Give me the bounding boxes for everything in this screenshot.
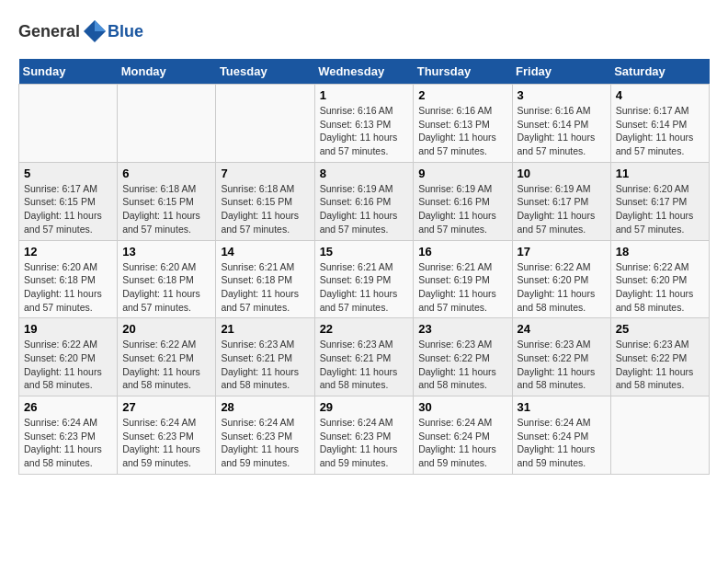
calendar-cell: 21Sunrise: 6:23 AM Sunset: 6:21 PM Dayli…	[216, 318, 314, 396]
day-info: Sunrise: 6:22 AM Sunset: 6:20 PM Dayligh…	[616, 260, 704, 315]
column-header-saturday: Saturday	[610, 59, 709, 85]
calendar-week-row: 26Sunrise: 6:24 AM Sunset: 6:23 PM Dayli…	[19, 396, 710, 475]
calendar-cell: 4Sunrise: 6:17 AM Sunset: 6:14 PM Daylig…	[610, 85, 709, 163]
day-info: Sunrise: 6:16 AM Sunset: 6:14 PM Dayligh…	[518, 104, 606, 158]
calendar-cell: 1Sunrise: 6:16 AM Sunset: 6:13 PM Daylig…	[314, 85, 414, 163]
calendar-cell	[118, 85, 216, 163]
column-header-friday: Friday	[512, 59, 610, 85]
calendar-week-row: 1Sunrise: 6:16 AM Sunset: 6:13 PM Daylig…	[19, 85, 710, 163]
day-info: Sunrise: 6:22 AM Sunset: 6:21 PM Dayligh…	[122, 338, 210, 392]
logo-icon	[82, 18, 108, 44]
day-info: Sunrise: 6:18 AM Sunset: 6:15 PM Dayligh…	[122, 182, 210, 236]
calendar-cell: 5Sunrise: 6:17 AM Sunset: 6:15 PM Daylig…	[19, 162, 118, 240]
day-number: 24	[518, 322, 606, 336]
day-info: Sunrise: 6:23 AM Sunset: 6:22 PM Dayligh…	[518, 338, 606, 392]
calendar-cell: 10Sunrise: 6:19 AM Sunset: 6:17 PM Dayli…	[512, 162, 610, 240]
calendar-week-row: 5Sunrise: 6:17 AM Sunset: 6:15 PM Daylig…	[19, 162, 710, 240]
day-number: 13	[122, 245, 210, 259]
day-info: Sunrise: 6:23 AM Sunset: 6:21 PM Dayligh…	[221, 338, 309, 392]
calendar-week-row: 19Sunrise: 6:22 AM Sunset: 6:20 PM Dayli…	[19, 318, 710, 396]
logo: General Blue	[18, 18, 143, 44]
calendar-cell	[216, 85, 314, 163]
calendar-cell: 24Sunrise: 6:23 AM Sunset: 6:22 PM Dayli…	[512, 318, 610, 396]
day-info: Sunrise: 6:20 AM Sunset: 6:17 PM Dayligh…	[616, 182, 704, 236]
column-header-wednesday: Wednesday	[314, 59, 414, 85]
day-info: Sunrise: 6:23 AM Sunset: 6:22 PM Dayligh…	[418, 338, 506, 392]
day-info: Sunrise: 6:18 AM Sunset: 6:15 PM Dayligh…	[221, 182, 309, 236]
column-header-sunday: Sunday	[19, 59, 118, 85]
column-header-thursday: Thursday	[414, 59, 512, 85]
day-info: Sunrise: 6:22 AM Sunset: 6:20 PM Dayligh…	[24, 338, 112, 392]
day-number: 8	[320, 167, 409, 180]
calendar-cell: 7Sunrise: 6:18 AM Sunset: 6:15 PM Daylig…	[216, 162, 314, 240]
svg-marker-1	[95, 20, 106, 31]
calendar-cell: 15Sunrise: 6:21 AM Sunset: 6:19 PM Dayli…	[314, 240, 414, 318]
calendar-cell: 18Sunrise: 6:22 AM Sunset: 6:20 PM Dayli…	[610, 240, 709, 318]
calendar-cell: 2Sunrise: 6:16 AM Sunset: 6:13 PM Daylig…	[414, 85, 512, 163]
logo-text-blue: Blue	[108, 22, 143, 41]
day-info: Sunrise: 6:20 AM Sunset: 6:18 PM Dayligh…	[24, 260, 112, 315]
day-number: 9	[418, 167, 506, 180]
day-number: 19	[24, 322, 112, 336]
day-number: 12	[24, 245, 112, 259]
calendar-cell: 22Sunrise: 6:23 AM Sunset: 6:21 PM Dayli…	[314, 318, 414, 396]
day-info: Sunrise: 6:19 AM Sunset: 6:17 PM Dayligh…	[518, 182, 606, 236]
calendar-cell	[610, 396, 709, 475]
calendar-cell: 17Sunrise: 6:22 AM Sunset: 6:20 PM Dayli…	[512, 240, 610, 318]
day-info: Sunrise: 6:24 AM Sunset: 6:23 PM Dayligh…	[122, 416, 210, 470]
day-info: Sunrise: 6:19 AM Sunset: 6:16 PM Dayligh…	[320, 182, 409, 236]
day-info: Sunrise: 6:17 AM Sunset: 6:14 PM Dayligh…	[616, 104, 704, 158]
day-info: Sunrise: 6:24 AM Sunset: 6:24 PM Dayligh…	[518, 416, 606, 470]
day-number: 23	[418, 322, 506, 336]
calendar-cell: 31Sunrise: 6:24 AM Sunset: 6:24 PM Dayli…	[512, 396, 610, 475]
calendar-cell: 29Sunrise: 6:24 AM Sunset: 6:23 PM Dayli…	[314, 396, 414, 475]
day-info: Sunrise: 6:16 AM Sunset: 6:13 PM Dayligh…	[418, 104, 506, 158]
day-number: 11	[616, 167, 704, 180]
day-info: Sunrise: 6:24 AM Sunset: 6:23 PM Dayligh…	[24, 416, 112, 470]
calendar-cell: 8Sunrise: 6:19 AM Sunset: 6:16 PM Daylig…	[314, 162, 414, 240]
calendar-cell: 16Sunrise: 6:21 AM Sunset: 6:19 PM Dayli…	[414, 240, 512, 318]
day-number: 20	[122, 322, 210, 336]
column-header-tuesday: Tuesday	[216, 59, 314, 85]
day-number: 1	[320, 88, 409, 102]
day-number: 14	[221, 245, 309, 259]
day-info: Sunrise: 6:24 AM Sunset: 6:23 PM Dayligh…	[320, 416, 409, 470]
calendar-cell: 12Sunrise: 6:20 AM Sunset: 6:18 PM Dayli…	[19, 240, 118, 318]
calendar-cell: 23Sunrise: 6:23 AM Sunset: 6:22 PM Dayli…	[414, 318, 512, 396]
day-number: 30	[418, 400, 506, 414]
calendar-cell: 20Sunrise: 6:22 AM Sunset: 6:21 PM Dayli…	[118, 318, 216, 396]
calendar-cell: 13Sunrise: 6:20 AM Sunset: 6:18 PM Dayli…	[118, 240, 216, 318]
calendar-cell: 6Sunrise: 6:18 AM Sunset: 6:15 PM Daylig…	[118, 162, 216, 240]
day-number: 21	[221, 322, 309, 336]
calendar-cell: 27Sunrise: 6:24 AM Sunset: 6:23 PM Dayli…	[118, 396, 216, 475]
day-number: 6	[122, 167, 210, 180]
calendar-cell: 11Sunrise: 6:20 AM Sunset: 6:17 PM Dayli…	[610, 162, 709, 240]
calendar-cell: 14Sunrise: 6:21 AM Sunset: 6:18 PM Dayli…	[216, 240, 314, 318]
day-number: 25	[616, 322, 704, 336]
calendar-cell: 28Sunrise: 6:24 AM Sunset: 6:23 PM Dayli…	[216, 396, 314, 475]
day-info: Sunrise: 6:23 AM Sunset: 6:22 PM Dayligh…	[616, 338, 704, 392]
day-info: Sunrise: 6:21 AM Sunset: 6:18 PM Dayligh…	[221, 260, 309, 315]
day-info: Sunrise: 6:17 AM Sunset: 6:15 PM Dayligh…	[24, 182, 112, 236]
calendar-cell: 9Sunrise: 6:19 AM Sunset: 6:16 PM Daylig…	[414, 162, 512, 240]
page-header: General Blue	[18, 18, 710, 44]
calendar-cell	[19, 85, 118, 163]
calendar-table: SundayMondayTuesdayWednesdayThursdayFrid…	[18, 59, 710, 475]
calendar-cell: 26Sunrise: 6:24 AM Sunset: 6:23 PM Dayli…	[19, 396, 118, 475]
day-number: 27	[122, 400, 210, 414]
calendar-header-row: SundayMondayTuesdayWednesdayThursdayFrid…	[19, 59, 710, 85]
day-number: 3	[518, 88, 606, 102]
calendar-week-row: 12Sunrise: 6:20 AM Sunset: 6:18 PM Dayli…	[19, 240, 710, 318]
day-number: 28	[221, 400, 309, 414]
day-number: 17	[518, 245, 606, 259]
day-info: Sunrise: 6:21 AM Sunset: 6:19 PM Dayligh…	[418, 260, 506, 315]
day-number: 16	[418, 245, 506, 259]
day-number: 2	[418, 88, 506, 102]
calendar-cell: 3Sunrise: 6:16 AM Sunset: 6:14 PM Daylig…	[512, 85, 610, 163]
day-number: 18	[616, 245, 704, 259]
column-header-monday: Monday	[118, 59, 216, 85]
day-number: 7	[221, 167, 309, 180]
day-number: 22	[320, 322, 409, 336]
day-info: Sunrise: 6:23 AM Sunset: 6:21 PM Dayligh…	[320, 338, 409, 392]
day-number: 4	[616, 88, 704, 102]
